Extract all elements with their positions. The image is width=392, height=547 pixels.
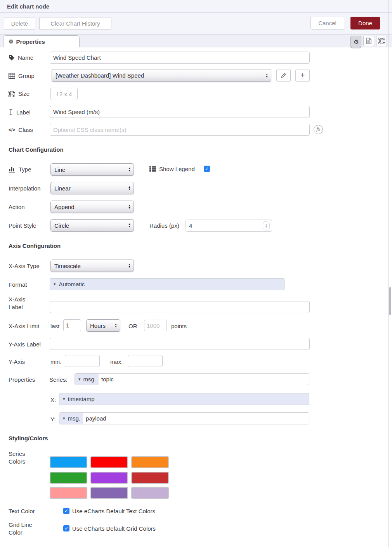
series-colors-label: Series Colors <box>9 450 32 466</box>
description-button[interactable] <box>363 36 374 46</box>
series-text: Series: <box>49 376 68 384</box>
y-axis-min-text: min. <box>50 358 61 366</box>
select-arrows-icon: ▲▼ <box>126 204 131 209</box>
add-group-button[interactable]: + <box>295 69 310 82</box>
select-arrows-icon: ▲▼ <box>126 186 131 190</box>
x-type-selector[interactable]: ▾ timestamp <box>59 393 97 405</box>
grid-line-color-label: Grid Line Color <box>9 521 36 537</box>
y-axis-max-input[interactable] <box>128 355 163 367</box>
action-select[interactable]: Append ▲▼ <box>50 201 134 213</box>
x-axis-limit-points-input[interactable] <box>144 320 167 331</box>
caret-down-icon: ▾ <box>63 396 65 402</box>
y-type-selector[interactable]: ▾ msg. <box>59 413 83 424</box>
radius-input[interactable] <box>186 222 263 229</box>
series-typed-input[interactable]: ▾ msg. topic <box>75 373 309 385</box>
type-label: Type <box>9 166 31 173</box>
series-color-swatch[interactable] <box>50 456 87 468</box>
code-icon: </> <box>9 127 15 133</box>
x-typed-input[interactable]: ▾ timestamp <box>59 393 309 405</box>
scrollbar-thumb[interactable] <box>389 287 391 315</box>
series-color-swatch[interactable] <box>131 456 169 468</box>
series-color-swatch[interactable] <box>90 456 128 468</box>
series-color-swatch[interactable] <box>50 472 87 484</box>
caret-down-icon: ▾ <box>63 416 65 421</box>
x-axis-limit-label: X-Axis Limit <box>9 322 39 330</box>
action-label: Action <box>9 203 25 211</box>
object-group-icon <box>9 91 15 97</box>
x-axis-limit-or-text: OR <box>128 322 137 330</box>
section-chart-configuration: Chart Configuration <box>9 146 64 153</box>
format-label: Format <box>9 281 27 289</box>
y-axis-label-label: Y-Axis Label <box>9 341 41 348</box>
show-legend-label: Show Legend <box>149 166 195 172</box>
series-color-swatch[interactable] <box>90 472 128 484</box>
select-arrows-icon: ▲▼ <box>126 223 131 228</box>
interpolation-select[interactable]: Linear ▲▼ <box>50 182 134 194</box>
label-input[interactable] <box>50 106 310 118</box>
show-legend-checkbox[interactable]: ✓ <box>204 166 210 172</box>
group-select[interactable]: [Weather Dashboard] Wind Speed ▲▼ <box>52 69 271 82</box>
dialog-toolbar: Delete Clear Chart History Cancel Done <box>0 13 392 35</box>
x-axis-limit-unit-select[interactable]: Hours ▲▼ <box>86 319 120 332</box>
spinner-icon[interactable]: ▲▼ <box>263 221 270 230</box>
dialog-header: Edit chart node <box>0 0 392 13</box>
select-arrows-icon: ▲▼ <box>112 323 117 328</box>
x-prop-text: X: <box>50 396 56 404</box>
x-axis-type-label: X-Axis Type <box>9 262 40 270</box>
x-axis-type-select[interactable]: Timescale ▲▼ <box>50 260 134 272</box>
series-color-swatch[interactable] <box>131 472 169 484</box>
select-arrows-icon: ▲▼ <box>126 263 131 268</box>
y-axis-label: Y-Axis <box>9 358 25 366</box>
interpolation-label: Interpolation <box>9 185 41 192</box>
check-icon: ✓ <box>205 166 209 172</box>
text-color-checkbox-label: Use eCharts Default Text Colors <box>72 507 155 515</box>
pencil-icon <box>281 73 286 78</box>
select-arrows-icon: ▲▼ <box>263 73 268 78</box>
series-color-swatch[interactable] <box>90 487 128 499</box>
point-style-select[interactable]: Circle ▲▼ <box>50 219 134 232</box>
check-icon: ✓ <box>64 508 68 514</box>
series-type-selector[interactable]: ▾ msg. <box>75 374 99 385</box>
grid-color-checkbox-label: Use eCharts Default Grid Colors <box>72 525 156 533</box>
node-settings-button[interactable]: ⚙ <box>350 36 361 48</box>
y-axis-label-input[interactable] <box>50 338 310 350</box>
gear-icon: ⚙ <box>354 38 359 45</box>
name-input[interactable] <box>50 52 310 64</box>
cancel-button[interactable]: Cancel <box>310 17 344 29</box>
clear-chart-history-button[interactable]: Clear Chart History <box>39 17 111 30</box>
point-style-label: Point Style <box>9 222 36 230</box>
x-axis-limit-last-input[interactable] <box>63 319 81 331</box>
text-color-checkbox[interactable]: ✓ <box>63 508 69 514</box>
x-axis-label-input[interactable] <box>50 301 310 313</box>
document-icon <box>366 38 371 44</box>
y-axis-min-input[interactable] <box>65 355 100 367</box>
select-arrows-icon: ▲▼ <box>126 167 131 172</box>
bar-chart-icon <box>9 166 16 173</box>
format-dropdown[interactable]: ▾ Automatic <box>50 278 284 290</box>
delete-button[interactable]: Delete <box>4 17 35 30</box>
caret-down-icon: ▾ <box>54 282 56 287</box>
class-input[interactable] <box>50 124 310 136</box>
label-label: Label <box>9 109 31 116</box>
layout-icon <box>378 38 385 44</box>
y-typed-input[interactable]: ▾ msg. payload <box>59 412 309 424</box>
series-color-swatch[interactable] <box>50 487 87 499</box>
edit-group-button[interactable] <box>276 69 291 82</box>
class-label: </> Class <box>9 126 33 133</box>
done-button[interactable]: Done <box>350 17 380 29</box>
size-label: Size <box>9 90 29 97</box>
text-color-label: Text Color <box>9 507 35 515</box>
appearance-button[interactable] <box>376 36 387 46</box>
dialog-title: Edit chart node <box>7 0 49 13</box>
grid-color-checkbox[interactable]: ✓ <box>63 525 69 531</box>
radius-label: Radius (px) <box>149 222 179 230</box>
size-button[interactable]: 12 x 4 <box>50 88 78 100</box>
x-axis-label-label: X-Axis Label <box>9 296 36 311</box>
tab-properties[interactable]: ⚙ Properties <box>3 35 80 47</box>
tag-icon <box>9 55 15 61</box>
type-select[interactable]: Line ▲▼ <box>50 163 134 176</box>
group-label: Group <box>9 73 35 79</box>
series-color-swatch[interactable] <box>131 487 169 499</box>
plus-icon: + <box>300 71 305 80</box>
gear-icon: ⚙ <box>9 38 14 45</box>
